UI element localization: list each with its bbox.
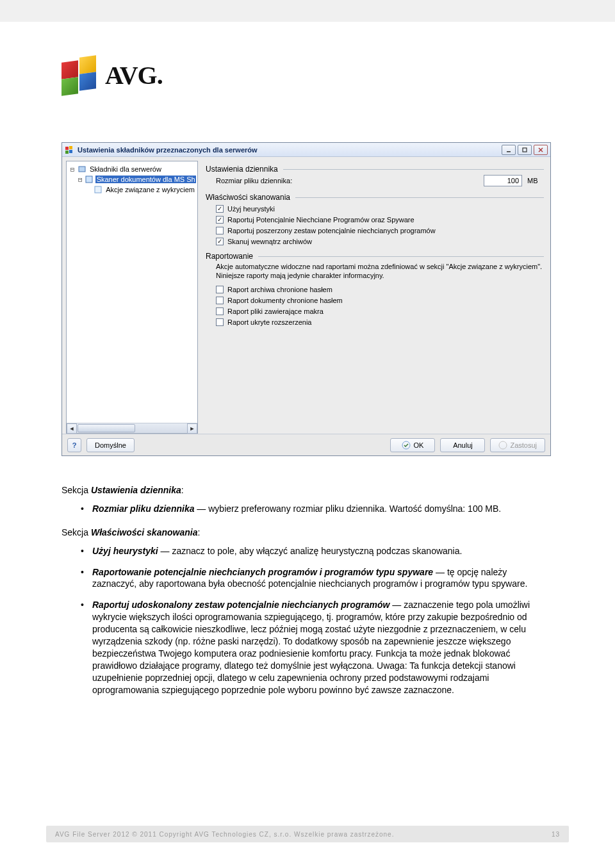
checkbox-extended-pup[interactable]: Raportuj poszerzony zestaw potencjalnie … xyxy=(216,225,544,236)
avg-app-icon xyxy=(65,145,74,154)
text: — wybierz preferowany rozmiar pliku dzie… xyxy=(194,504,501,514)
scan-options: Użyj heurystyki Raportuj Potencjalnie Ni… xyxy=(216,203,544,247)
document-scanner-icon xyxy=(85,175,94,184)
svg-rect-6 xyxy=(79,167,85,172)
tree-node-root[interactable]: ⊟ Składniki dla serwerów xyxy=(69,164,196,174)
bullet-list: Użyj heurystyki — zaznacz to pole, aby w… xyxy=(62,545,551,696)
svg-rect-7 xyxy=(86,176,92,183)
settings-dialog: Ustawienia składników przeznaczonych dla… xyxy=(62,142,551,456)
section-report-heading: Raportowanie xyxy=(206,252,544,261)
report-options: Raport archiwa chronione hasłem Raport d… xyxy=(216,284,544,327)
checkbox-icon xyxy=(216,286,224,293)
tree-node-scanner[interactable]: ⊟ Skaner dokumentów dla MS Sh xyxy=(69,174,196,184)
default-button[interactable]: Domyślne xyxy=(86,438,135,452)
checkbox-icon xyxy=(216,318,224,326)
checkbox-pup-spyware[interactable]: Raportuj Potencjalnie Niechciane Program… xyxy=(216,214,544,225)
section-heading-scan: Sekcja Właściwości skanowania: xyxy=(62,527,551,539)
checkbox-label: Raport archiwa chronione hasłem xyxy=(227,286,332,293)
tree-label: Akcje związane z wykryciem xyxy=(104,186,196,193)
window-controls xyxy=(502,145,548,155)
section-title: Właściwości skanowania xyxy=(206,193,290,202)
minimize-button[interactable] xyxy=(502,145,516,155)
checkbox-icon xyxy=(216,297,224,304)
checkbox-scan-archives[interactable]: Skanuj wewnątrz archiwów xyxy=(216,236,544,247)
checkbox-icon xyxy=(216,205,224,213)
checkbox-label: Raport dokumenty chronione hasłem xyxy=(227,297,343,304)
avg-logo-mark xyxy=(62,56,99,94)
cancel-button[interactable]: Anuluj xyxy=(440,438,485,452)
tree-node-actions[interactable]: Akcje związane z wykryciem xyxy=(69,184,196,195)
text: — zaznacz to pole, aby włączyć analizę h… xyxy=(158,546,463,556)
svg-rect-5 xyxy=(523,148,527,152)
text-emph: Raportowanie potencjalnie niechcianych p… xyxy=(92,567,433,577)
scroll-thumb[interactable] xyxy=(78,424,135,432)
button-label: OK xyxy=(413,441,423,449)
log-size-unit: MB xyxy=(527,177,544,184)
server-icon xyxy=(78,165,86,174)
dialog-title: Ustawienia składników przeznaczonych dla… xyxy=(78,146,258,154)
dialog-titlebar[interactable]: Ustawienia składników przeznaczonych dla… xyxy=(62,143,550,157)
svg-rect-2 xyxy=(65,151,69,154)
section-heading-log: Sekcja Ustawienia dziennika: xyxy=(62,484,551,496)
help-button[interactable]: ? xyxy=(67,438,81,452)
scroll-left-button[interactable]: ◄ xyxy=(67,423,77,434)
list-item: Raportuj udoskonalony zestaw potencjalni… xyxy=(81,599,551,696)
settings-right-panel: Ustawienia dziennika Rozmiar pliku dzien… xyxy=(201,157,550,434)
text: : xyxy=(181,485,184,495)
checkbox-report-macros[interactable]: Raport pliki zawierające makra xyxy=(216,306,544,316)
section-scan-heading: Właściwości skanowania xyxy=(206,193,544,202)
footer-text: AVG File Server 2012 © 2011 Copyright AV… xyxy=(55,831,394,838)
list-item: Użyj heurystyki — zaznacz to pole, aby w… xyxy=(81,545,551,557)
report-description: Akcje automatyczne widoczne nad raportam… xyxy=(216,262,544,280)
tree-horizontal-scrollbar[interactable]: ◄ ► xyxy=(67,423,197,433)
close-button[interactable] xyxy=(534,145,548,155)
svg-rect-3 xyxy=(69,150,72,153)
scroll-right-button[interactable]: ► xyxy=(187,423,197,434)
text-emph: Raportuj udoskonalony zestaw potencjalni… xyxy=(92,600,390,610)
text-emph: Ustawienia dziennika xyxy=(91,485,181,495)
page-number: 13 xyxy=(552,831,560,838)
svg-rect-8 xyxy=(95,186,101,193)
avg-logo-text: AVG. xyxy=(105,60,163,90)
tree-pane[interactable]: ⊟ Składniki dla serwerów ⊟ Skaner dokume… xyxy=(66,161,198,434)
checkbox-label: Skanuj wewnątrz archiwów xyxy=(227,238,312,245)
apply-icon xyxy=(498,441,507,450)
section-title: Raportowanie xyxy=(206,252,253,261)
list-item: Raportowanie potencjalnie niechcianych p… xyxy=(81,566,551,591)
checkbox-report-hidden-ext[interactable]: Raport ukryte rozszerzenia xyxy=(216,316,544,327)
button-label: Zastosuj xyxy=(510,441,537,449)
tree-label: Skaner dokumentów dla MS Sh xyxy=(95,176,196,183)
checkbox-icon xyxy=(216,307,224,315)
svg-rect-4 xyxy=(507,151,511,152)
log-size-label: Rozmiar pliku dziennika: xyxy=(216,177,292,184)
section-title: Ustawienia dziennika xyxy=(206,165,278,174)
ok-button[interactable]: OK xyxy=(390,438,435,452)
page-top-strip xyxy=(0,0,615,22)
settings-tree: ⊟ Składniki dla serwerów ⊟ Skaner dokume… xyxy=(67,161,197,195)
button-label: Domyślne xyxy=(95,441,126,449)
checkbox-icon xyxy=(216,216,224,224)
section-log-heading: Ustawienia dziennika xyxy=(206,165,544,174)
svg-point-10 xyxy=(499,441,507,449)
dialog-body: ⊟ Składniki dla serwerów ⊟ Skaner dokume… xyxy=(62,157,550,434)
apply-button[interactable]: Zastosuj xyxy=(490,438,545,452)
actions-icon xyxy=(94,185,102,194)
ok-icon xyxy=(402,441,411,450)
checkbox-icon xyxy=(216,227,224,234)
text: Sekcja xyxy=(62,485,91,495)
maximize-button[interactable] xyxy=(518,145,532,155)
avg-logo: AVG. xyxy=(62,56,163,94)
checkbox-report-pw-archives[interactable]: Raport archiwa chronione hasłem xyxy=(216,284,544,295)
text: Sekcja xyxy=(62,527,91,537)
checkbox-heuristics[interactable]: Użyj heurystyki xyxy=(216,203,544,214)
checkbox-report-pw-docs[interactable]: Raport dokumenty chronione hasłem xyxy=(216,295,544,306)
page-footer: AVG File Server 2012 © 2011 Copyright AV… xyxy=(46,826,569,842)
log-size-row: Rozmiar pliku dziennika: MB xyxy=(216,175,544,186)
checkbox-label: Użyj heurystyki xyxy=(227,205,275,213)
svg-rect-0 xyxy=(65,147,69,150)
checkbox-label: Raportuj poszerzony zestaw potencjalnie … xyxy=(227,227,436,234)
log-size-input[interactable] xyxy=(484,175,522,186)
checkbox-label: Raport pliki zawierające makra xyxy=(227,307,324,315)
document-body: Sekcja Ustawienia dziennika: Rozmiar pli… xyxy=(62,480,551,707)
checkbox-label: Raportuj Potencjalnie Niechciane Program… xyxy=(227,216,414,224)
